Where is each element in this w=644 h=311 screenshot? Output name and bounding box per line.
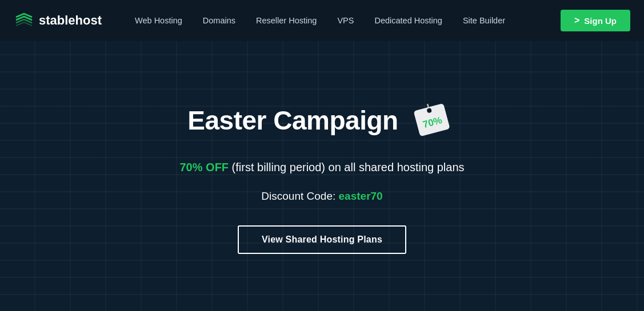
hero-subtitle: 70% OFF (first billing period) on all sh… — [179, 161, 464, 174]
nav-site-builder[interactable]: Site Builder — [453, 0, 515, 41]
nav-vps[interactable]: VPS — [327, 0, 364, 41]
hero-discount-highlight: 70% OFF — [179, 161, 229, 173]
hero-content: Easter Campaign 70% 70% OFF (first billi… — [179, 98, 464, 254]
hero-code-label: Discount Code: — [261, 190, 338, 202]
nav-web-hosting[interactable]: Web Hosting — [125, 0, 193, 41]
logo-icon — [14, 10, 34, 31]
view-plans-button[interactable]: View Shared Hosting Plans — [238, 225, 406, 254]
hero-section: Easter Campaign 70% 70% OFF (first billi… — [0, 41, 644, 311]
signup-label: Sign Up — [584, 16, 617, 26]
logo[interactable]: stablehost — [14, 10, 102, 31]
nav-domains[interactable]: Domains — [193, 0, 246, 41]
hero-title: Easter Campaign — [187, 105, 398, 136]
hero-discount-code: Discount Code: easter70 — [261, 190, 382, 203]
svg-line-3 — [427, 104, 429, 107]
logo-host: host — [75, 13, 102, 27]
nav-reseller-hosting[interactable]: Reseller Hosting — [246, 0, 327, 41]
hero-title-row: Easter Campaign 70% — [187, 98, 456, 143]
logo-stable: stable — [39, 13, 75, 27]
hero-code-value: easter70 — [339, 190, 383, 202]
signup-button[interactable]: > Sign Up — [561, 10, 630, 31]
nav-dedicated-hosting[interactable]: Dedicated Hosting — [364, 0, 453, 41]
hero-discount-rest: (first billing period) on all shared hos… — [229, 161, 464, 173]
view-plans-label: View Shared Hosting Plans — [262, 235, 382, 244]
price-tag-icon: 70% — [412, 98, 457, 143]
navbar: stablehost Web Hosting Domains Reseller … — [0, 0, 644, 41]
nav-links: Web Hosting Domains Reseller Hosting VPS… — [125, 0, 561, 41]
signup-arrow-icon: > — [574, 15, 579, 26]
